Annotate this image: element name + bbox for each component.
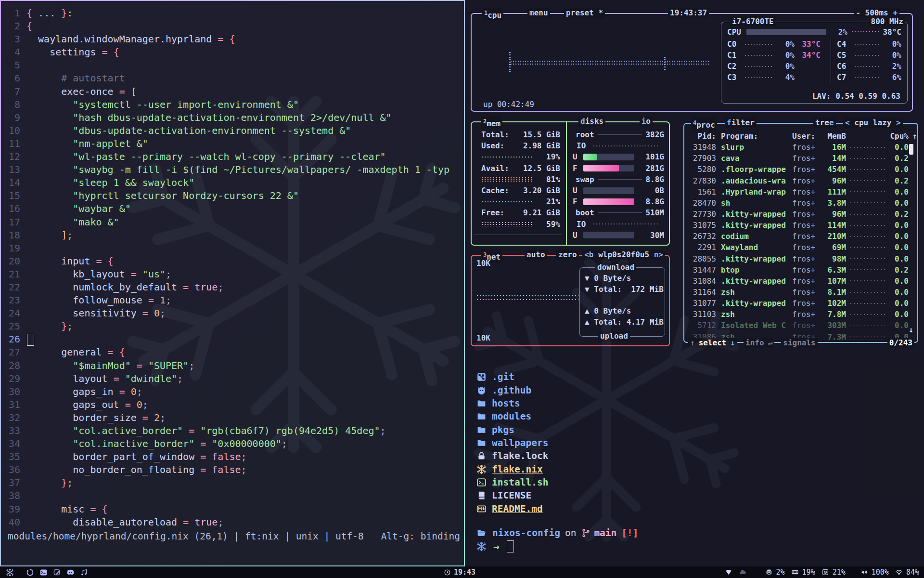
code-line[interactable]: 9 "hash dbus-update-activation-environme…: [1, 111, 464, 124]
code-line[interactable]: 27 general = {: [1, 346, 464, 359]
process-row[interactable]: 28470 sh fros+ 3.8M 0.0: [684, 197, 917, 209]
code-line[interactable]: 33 "col.active_border" = "rgb(cba6f7) rg…: [1, 424, 464, 437]
code-line[interactable]: 28 "$mainMod" = "SUPER";: [1, 359, 464, 372]
code-line[interactable]: 1 { ... }:: [1, 7, 464, 20]
cpu-panel-title[interactable]: 1cpu: [482, 8, 503, 21]
code-line[interactable]: 13 "swaybg -m fill -i $(find ~/Pictures/…: [1, 163, 464, 176]
code-line[interactable]: 14 "sleep 1 && swaylock": [1, 176, 464, 189]
line-text: disable_autoreload = true;: [26, 516, 223, 529]
code-line[interactable]: 17 "mako &": [1, 216, 464, 229]
proc-panel-title[interactable]: 4proc: [691, 118, 717, 131]
code-line[interactable]: 23 follow_mouse = 1;: [1, 294, 464, 307]
code-line[interactable]: 35 border_part_of_window = false;: [1, 450, 464, 463]
tray-cloud-icon[interactable]: [739, 568, 746, 576]
code-line[interactable]: 4 settings = {: [1, 46, 464, 59]
process-row[interactable]: 27730 .kitty-wrapped fros+ 96M 0.2: [684, 209, 917, 220]
process-list[interactable]: 31948 slurp fros+ 16M 0.0 27903 cava fro…: [684, 142, 917, 342]
signals-hint[interactable]: signals: [781, 338, 817, 348]
app-discord[interactable]: [66, 568, 75, 577]
code-line[interactable]: 2 {: [1, 20, 464, 33]
process-row[interactable]: 26732 codium fros+ 210M 0.0: [684, 231, 917, 242]
code-line[interactable]: 22 numlock_by_default = true;: [1, 281, 464, 294]
process-row[interactable]: 31164 zsh fros+ 8.1M 0.0: [684, 287, 917, 298]
indicator-disk[interactable]: 21%: [821, 568, 846, 577]
line-number: 3: [1, 33, 26, 46]
code-line[interactable]: 37 };: [1, 476, 464, 489]
code-line[interactable]: 32 border_size = 2;: [1, 411, 464, 424]
code-line[interactable]: 5: [1, 59, 464, 72]
shell-prompt-input[interactable]: →: [476, 540, 514, 553]
indicator-memory[interactable]: 19%: [791, 568, 815, 577]
process-row[interactable]: 31447 btop fros+ 6.3M 0.2: [684, 264, 917, 276]
code-line[interactable]: 19: [1, 242, 464, 255]
code-line[interactable]: 20 input = {: [1, 255, 464, 268]
code-line[interactable]: 39 misc = {: [1, 503, 464, 516]
proc-filter-button[interactable]: filter: [725, 118, 757, 128]
code-line[interactable]: 40 disable_autoreload = true;: [1, 516, 464, 529]
code-line[interactable]: 16 "waybar &": [1, 202, 464, 215]
sort-direction-arrow[interactable]: ↑: [912, 131, 917, 141]
code-line[interactable]: 29 layout = "dwindle";: [1, 372, 464, 385]
io-mode-toggle[interactable]: io: [640, 116, 653, 127]
process-row[interactable]: 31084 .kitty-wrapped fros+ 107M 0.0: [684, 276, 917, 287]
process-name: .kitty-wrapped: [721, 210, 792, 219]
app-terminal[interactable]: [39, 568, 48, 577]
process-row[interactable]: 5280 .floorp-wrappe fros+ 454M 0.0: [684, 164, 917, 175]
preset-button[interactable]: preset *: [564, 8, 605, 18]
process-name: .Hyprland-wrap: [721, 187, 792, 197]
app-music[interactable]: [80, 568, 88, 577]
code-line[interactable]: 8 "systemctl --user import-environment &…: [1, 98, 464, 111]
process-mem: 454M: [818, 165, 846, 174]
code-line[interactable]: 34 "col.inactive_border" = "0x00000000";: [1, 437, 464, 450]
code-line[interactable]: 25 };: [1, 320, 464, 333]
indicator-cpu[interactable]: 2%: [765, 568, 785, 577]
app-firefox[interactable]: [26, 568, 34, 577]
process-row[interactable]: 1561 .Hyprland-wrap fros+ 111M 0.0: [684, 186, 917, 197]
code-line[interactable]: 12 "wl-paste --primary --watch wl-copy -…: [1, 150, 464, 163]
proc-tree-toggle[interactable]: tree: [813, 118, 836, 128]
code-line[interactable]: 3 wayland.windowManager.hyprland = {: [1, 33, 464, 46]
code-area[interactable]: 1 { ... }: 2 { 3 wayland.windowManager.h…: [1, 7, 464, 529]
process-row[interactable]: 27903 cava fros+ 14M 0.2: [684, 153, 917, 164]
process-row[interactable]: 27830 .audacious-wra fros+ 96M 0.2: [684, 175, 917, 186]
code-line[interactable]: 6 # autostart: [1, 72, 464, 85]
code-line[interactable]: 26: [1, 333, 464, 346]
terminal-window[interactable]: .git .github hosts modules: [465, 359, 924, 566]
menu-button[interactable]: menu: [527, 8, 550, 18]
code-line[interactable]: 36 no_border_on_floating = false;: [1, 463, 464, 476]
process-cpu-graph: [850, 280, 886, 282]
code-line[interactable]: 31 gaps_out = 0;: [1, 398, 464, 411]
app-nix-launcher[interactable]: [6, 568, 14, 577]
net-interface-switcher[interactable]: <b wlp0s20f0u5 n>: [582, 250, 665, 260]
select-hint[interactable]: select: [697, 338, 729, 348]
process-row[interactable]: 2291 Xwayland fros+ 69M 0.0: [684, 242, 917, 253]
tray-network-icon[interactable]: [725, 568, 732, 576]
process-row[interactable]: 31948 slurp fros+ 16M 0.0: [684, 142, 917, 153]
process-row[interactable]: 31103 zsh fros+ 7.8M 0.0: [684, 309, 917, 320]
disks-toggle[interactable]: disks: [578, 116, 605, 127]
process-row[interactable]: 5712 Isolated Web C fros+ 303M 0.0: [684, 320, 917, 331]
info-hint[interactable]: info: [744, 338, 766, 348]
code-line[interactable]: 10 "dbus-update-activation-environment -…: [1, 124, 464, 137]
scroll-down-icon[interactable]: ↓: [909, 325, 913, 334]
code-line[interactable]: 7 exec-once = [: [1, 85, 464, 98]
process-row[interactable]: 31075 .kitty-wrapped fros+ 114M 0.0: [684, 220, 917, 231]
app-notes[interactable]: [53, 568, 61, 577]
code-line[interactable]: 30 gaps_in = 0;: [1, 385, 464, 398]
code-line[interactable]: 38: [1, 489, 464, 502]
indicator-volume[interactable]: 100%: [860, 568, 889, 577]
net-zero-toggle[interactable]: zero: [556, 250, 579, 260]
code-line[interactable]: 21 kb_layout = "us";: [1, 268, 464, 281]
taskbar-clock[interactable]: 19:43: [444, 568, 475, 577]
indicator-wifi[interactable]: 84%: [895, 568, 919, 577]
code-line[interactable]: 11 "nm-applet &": [1, 137, 464, 150]
code-line[interactable]: 18 ];: [1, 229, 464, 242]
process-row[interactable]: 31077 .kitty-wrapped fros+ 102M 0.0: [684, 298, 917, 309]
net-auto-toggle[interactable]: auto: [525, 250, 547, 260]
process-row[interactable]: 28055 .kitty-wrapped fros+ 98M 0.0: [684, 253, 917, 264]
proc-sort-selector[interactable]: < cpu lazy >: [843, 118, 903, 128]
code-line[interactable]: 24 sensitivity = 0;: [1, 307, 464, 320]
code-line[interactable]: 15 "hyprctl setcursor Nordzy-cursors 22 …: [1, 189, 464, 202]
proc-scrollbar-thumb[interactable]: [909, 144, 913, 155]
process-pid: 31075: [686, 221, 716, 230]
